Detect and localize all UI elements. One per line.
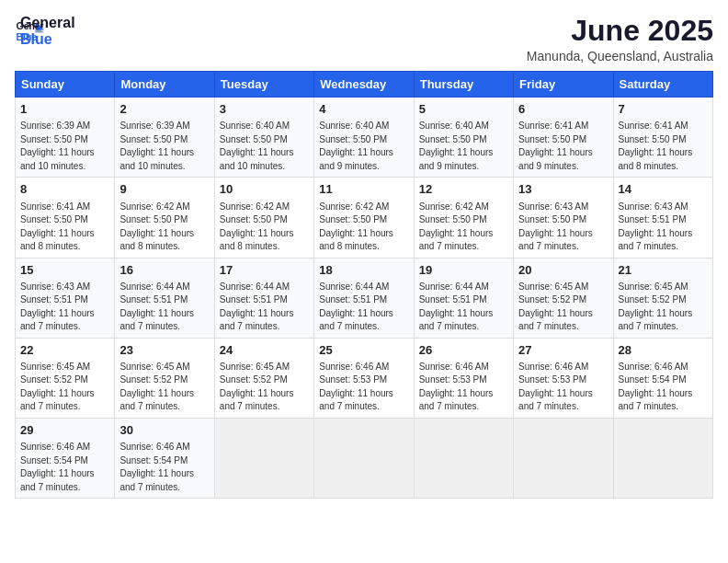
day-info: Sunrise: 6:40 AM Sunset: 5:50 PM Dayligh…: [419, 120, 508, 173]
calendar-day-11: 11Sunrise: 6:42 AM Sunset: 5:50 PM Dayli…: [314, 178, 414, 258]
calendar-day-24: 24Sunrise: 6:45 AM Sunset: 5:52 PM Dayli…: [214, 338, 313, 418]
day-number: 26: [419, 342, 508, 359]
calendar-week-5: 29Sunrise: 6:46 AM Sunset: 5:54 PM Dayli…: [16, 418, 713, 498]
day-number: 10: [220, 181, 309, 198]
day-header-friday: Friday: [514, 72, 613, 98]
calendar-day-2: 2Sunrise: 6:39 AM Sunset: 5:50 PM Daylig…: [115, 98, 214, 178]
day-number: 17: [220, 262, 309, 279]
day-number: 13: [518, 181, 608, 198]
calendar-day-12: 12Sunrise: 6:42 AM Sunset: 5:50 PM Dayli…: [414, 178, 513, 258]
empty-cell: [314, 418, 414, 498]
day-info: Sunrise: 6:45 AM Sunset: 5:52 PM Dayligh…: [119, 361, 209, 414]
calendar-day-17: 17Sunrise: 6:44 AM Sunset: 5:51 PM Dayli…: [214, 258, 313, 338]
logo-line1: General: [20, 15, 75, 31]
calendar-day-13: 13Sunrise: 6:43 AM Sunset: 5:50 PM Dayli…: [514, 178, 613, 258]
logo-line2: Blue: [20, 31, 75, 48]
day-header-sunday: Sunday: [16, 72, 115, 98]
day-number: 11: [319, 181, 408, 198]
calendar-day-29: 29Sunrise: 6:46 AM Sunset: 5:54 PM Dayli…: [16, 418, 115, 498]
day-header-monday: Monday: [115, 72, 214, 98]
day-info: Sunrise: 6:46 AM Sunset: 5:53 PM Dayligh…: [518, 361, 608, 414]
day-info: Sunrise: 6:45 AM Sunset: 5:52 PM Dayligh…: [220, 361, 309, 414]
calendar-day-10: 10Sunrise: 6:42 AM Sunset: 5:50 PM Dayli…: [214, 178, 313, 258]
calendar-day-7: 7Sunrise: 6:41 AM Sunset: 5:50 PM Daylig…: [613, 98, 712, 178]
calendar-day-1: 1Sunrise: 6:39 AM Sunset: 5:50 PM Daylig…: [16, 98, 115, 178]
page-header: General Blue General Blue June 2025 Manu…: [15, 15, 713, 63]
day-number: 24: [220, 342, 309, 359]
day-number: 1: [20, 101, 109, 118]
day-info: Sunrise: 6:46 AM Sunset: 5:54 PM Dayligh…: [619, 361, 708, 414]
calendar-day-8: 8Sunrise: 6:41 AM Sunset: 5:50 PM Daylig…: [16, 178, 115, 258]
day-number: 3: [220, 101, 309, 118]
day-info: Sunrise: 6:46 AM Sunset: 5:54 PM Dayligh…: [20, 441, 109, 494]
day-header-thursday: Thursday: [414, 72, 513, 98]
calendar-day-9: 9Sunrise: 6:42 AM Sunset: 5:50 PM Daylig…: [115, 178, 214, 258]
empty-cell: [214, 418, 313, 498]
day-info: Sunrise: 6:42 AM Sunset: 5:50 PM Dayligh…: [319, 201, 408, 254]
calendar-day-30: 30Sunrise: 6:46 AM Sunset: 5:54 PM Dayli…: [115, 418, 214, 498]
day-number: 25: [319, 342, 408, 359]
day-number: 4: [319, 101, 408, 118]
day-info: Sunrise: 6:39 AM Sunset: 5:50 PM Dayligh…: [119, 120, 209, 173]
calendar-header-row: SundayMondayTuesdayWednesdayThursdayFrid…: [16, 72, 713, 98]
day-number: 9: [119, 181, 209, 198]
day-number: 15: [20, 262, 109, 279]
calendar: SundayMondayTuesdayWednesdayThursdayFrid…: [15, 71, 713, 499]
calendar-day-14: 14Sunrise: 6:43 AM Sunset: 5:51 PM Dayli…: [613, 178, 712, 258]
calendar-week-3: 15Sunrise: 6:43 AM Sunset: 5:51 PM Dayli…: [16, 258, 713, 338]
calendar-day-15: 15Sunrise: 6:43 AM Sunset: 5:51 PM Dayli…: [16, 258, 115, 338]
day-info: Sunrise: 6:43 AM Sunset: 5:51 PM Dayligh…: [619, 201, 708, 254]
day-info: Sunrise: 6:43 AM Sunset: 5:51 PM Dayligh…: [20, 281, 109, 334]
day-info: Sunrise: 6:39 AM Sunset: 5:50 PM Dayligh…: [20, 120, 109, 173]
day-info: Sunrise: 6:40 AM Sunset: 5:50 PM Dayligh…: [319, 120, 408, 173]
calendar-day-23: 23Sunrise: 6:45 AM Sunset: 5:52 PM Dayli…: [115, 338, 214, 418]
day-header-saturday: Saturday: [613, 72, 712, 98]
calendar-week-1: 1Sunrise: 6:39 AM Sunset: 5:50 PM Daylig…: [16, 98, 713, 178]
calendar-day-25: 25Sunrise: 6:46 AM Sunset: 5:53 PM Dayli…: [314, 338, 414, 418]
day-info: Sunrise: 6:45 AM Sunset: 5:52 PM Dayligh…: [518, 281, 608, 334]
day-number: 28: [619, 342, 708, 359]
day-info: Sunrise: 6:41 AM Sunset: 5:50 PM Dayligh…: [619, 120, 708, 173]
day-info: Sunrise: 6:46 AM Sunset: 5:53 PM Dayligh…: [319, 361, 408, 414]
day-info: Sunrise: 6:41 AM Sunset: 5:50 PM Dayligh…: [20, 201, 109, 254]
calendar-day-28: 28Sunrise: 6:46 AM Sunset: 5:54 PM Dayli…: [613, 338, 712, 418]
calendar-day-22: 22Sunrise: 6:45 AM Sunset: 5:52 PM Dayli…: [16, 338, 115, 418]
day-info: Sunrise: 6:41 AM Sunset: 5:50 PM Dayligh…: [518, 120, 608, 173]
day-number: 30: [119, 422, 209, 439]
day-number: 29: [20, 422, 109, 439]
day-info: Sunrise: 6:44 AM Sunset: 5:51 PM Dayligh…: [119, 281, 209, 334]
day-number: 7: [619, 101, 708, 118]
day-header-tuesday: Tuesday: [214, 72, 313, 98]
calendar-week-2: 8Sunrise: 6:41 AM Sunset: 5:50 PM Daylig…: [16, 178, 713, 258]
calendar-day-4: 4Sunrise: 6:40 AM Sunset: 5:50 PM Daylig…: [314, 98, 414, 178]
calendar-day-19: 19Sunrise: 6:44 AM Sunset: 5:51 PM Dayli…: [414, 258, 513, 338]
empty-cell: [514, 418, 613, 498]
calendar-week-4: 22Sunrise: 6:45 AM Sunset: 5:52 PM Dayli…: [16, 338, 713, 418]
day-info: Sunrise: 6:42 AM Sunset: 5:50 PM Dayligh…: [119, 201, 209, 254]
day-number: 14: [619, 181, 708, 198]
day-info: Sunrise: 6:43 AM Sunset: 5:50 PM Dayligh…: [518, 201, 608, 254]
day-info: Sunrise: 6:44 AM Sunset: 5:51 PM Dayligh…: [220, 281, 309, 334]
calendar-day-18: 18Sunrise: 6:44 AM Sunset: 5:51 PM Dayli…: [314, 258, 414, 338]
day-number: 12: [419, 181, 508, 198]
day-header-wednesday: Wednesday: [314, 72, 414, 98]
day-number: 6: [518, 101, 608, 118]
calendar-day-16: 16Sunrise: 6:44 AM Sunset: 5:51 PM Dayli…: [115, 258, 214, 338]
day-info: Sunrise: 6:42 AM Sunset: 5:50 PM Dayligh…: [220, 201, 309, 254]
day-number: 16: [119, 262, 209, 279]
day-info: Sunrise: 6:42 AM Sunset: 5:50 PM Dayligh…: [419, 201, 508, 254]
day-info: Sunrise: 6:45 AM Sunset: 5:52 PM Dayligh…: [20, 361, 109, 414]
day-number: 23: [119, 342, 209, 359]
calendar-day-6: 6Sunrise: 6:41 AM Sunset: 5:50 PM Daylig…: [514, 98, 613, 178]
calendar-day-5: 5Sunrise: 6:40 AM Sunset: 5:50 PM Daylig…: [414, 98, 513, 178]
day-info: Sunrise: 6:46 AM Sunset: 5:53 PM Dayligh…: [419, 361, 508, 414]
day-info: Sunrise: 6:46 AM Sunset: 5:54 PM Dayligh…: [119, 441, 209, 494]
empty-cell: [414, 418, 513, 498]
day-number: 20: [518, 262, 608, 279]
calendar-body: 1Sunrise: 6:39 AM Sunset: 5:50 PM Daylig…: [16, 98, 713, 499]
calendar-day-20: 20Sunrise: 6:45 AM Sunset: 5:52 PM Dayli…: [514, 258, 613, 338]
calendar-day-26: 26Sunrise: 6:46 AM Sunset: 5:53 PM Dayli…: [414, 338, 513, 418]
day-number: 22: [20, 342, 109, 359]
day-number: 19: [419, 262, 508, 279]
day-info: Sunrise: 6:44 AM Sunset: 5:51 PM Dayligh…: [419, 281, 508, 334]
